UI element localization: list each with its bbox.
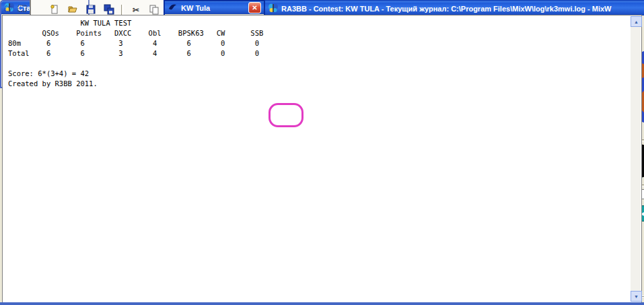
free-select-icon — [3, 3, 13, 15]
statistics-scrollbar[interactable]: ▲ ▼ — [631, 16, 641, 302]
mixw-titlebar[interactable]: RA3BB - Contest: KW TULA - Текущий журна… — [265, 1, 644, 15]
rect-select-icon — [17, 3, 28, 15]
desktop: ✂ (Globals) ▼ Workspace 'Stats': 1 proje… — [0, 0, 644, 305]
kw-tula-icon — [168, 2, 178, 14]
butterfly-icon — [268, 3, 279, 15]
mixw-title: RA3BB - Contest: KW TULA - Текущий журна… — [281, 5, 612, 13]
statistics-text: KW TULA TEST QSOs Points DXCC Obl BPSK63… — [8, 18, 263, 89]
taskbar-edge — [0, 302, 644, 305]
kw-tula-titlebar[interactable]: KW Tula ✕ — [165, 1, 264, 14]
rect-select-tool[interactable] — [15, 2, 29, 16]
free-select-tool[interactable] — [1, 2, 15, 16]
cut-icon: ✂ — [133, 5, 139, 15]
highlight-annotation — [269, 103, 303, 127]
scroll-up-icon[interactable]: ▲ — [631, 16, 642, 27]
scroll-down-icon[interactable]: ▼ — [631, 291, 642, 302]
toolbar-separator — [121, 5, 124, 15]
close-icon[interactable]: ✕ — [248, 2, 261, 13]
statistics-content: KW TULA TEST QSOs Points DXCC Obl BPSK63… — [2, 15, 642, 303]
kw-tula-title: KW Tula — [181, 4, 210, 12]
